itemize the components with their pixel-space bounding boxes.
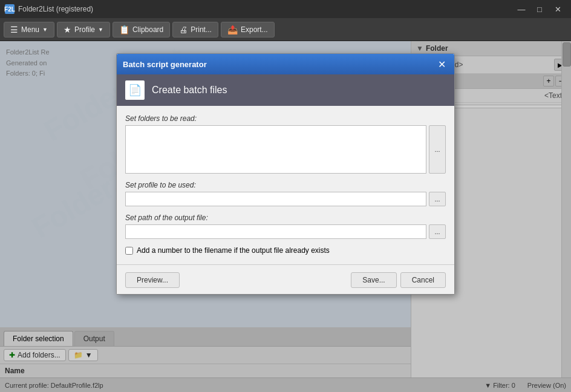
output-browse-button[interactable]: ... bbox=[429, 224, 446, 239]
app-title: Folder2List (registered) bbox=[18, 5, 93, 13]
save-button[interactable]: Save... bbox=[351, 272, 396, 288]
print-button[interactable]: 🖨 Print... bbox=[172, 22, 218, 38]
menu-icon: ☰ bbox=[10, 25, 18, 34]
folders-browse-button[interactable]: ... bbox=[429, 125, 446, 174]
export-icon: 📤 bbox=[227, 25, 238, 34]
modal-header-icon: 📄 bbox=[125, 80, 145, 100]
profile-browse-icon: ... bbox=[434, 195, 440, 203]
folders-textarea[interactable] bbox=[125, 125, 426, 174]
profile-label: Profile bbox=[74, 25, 95, 34]
profile-button[interactable]: ★ Profile ▼ bbox=[57, 22, 110, 38]
output-label: Set path of the output file: bbox=[125, 214, 446, 222]
maximize-button[interactable]: □ bbox=[531, 3, 548, 15]
folders-form-group: Set folders to be read: ... bbox=[125, 114, 446, 174]
export-button[interactable]: 📤 Export... bbox=[221, 22, 275, 38]
profile-input-row: ... bbox=[125, 192, 446, 206]
close-button[interactable]: ✕ bbox=[549, 3, 566, 15]
title-bar: F2L Folder2List (registered) — □ ✕ bbox=[0, 0, 571, 18]
clipboard-label: Clipboard bbox=[132, 25, 163, 34]
profile-label: Set profile to be used: bbox=[125, 181, 446, 189]
output-form-group: Set path of the output file: ... bbox=[125, 214, 446, 239]
output-browse-icon: ... bbox=[434, 228, 440, 235]
modal-footer: Preview... Save... Cancel bbox=[117, 266, 454, 294]
modal-overlay: Batch script generator ✕ 📄 Create batch … bbox=[0, 41, 571, 392]
clipboard-icon: 📋 bbox=[119, 25, 129, 34]
modal-close-button[interactable]: ✕ bbox=[435, 57, 448, 71]
folders-label: Set folders to be read: bbox=[125, 114, 446, 123]
modal-header-bar: 📄 Create batch files bbox=[117, 74, 454, 106]
app-icon: F2L bbox=[5, 4, 15, 14]
cancel-button[interactable]: Cancel bbox=[400, 272, 446, 288]
profile-input[interactable] bbox=[125, 192, 426, 206]
profile-form-group: Set profile to be used: ... bbox=[125, 181, 446, 206]
checkbox-label: Add a number to the filename if the outp… bbox=[137, 246, 330, 255]
profile-caret-icon: ▼ bbox=[98, 27, 103, 33]
footer-separator bbox=[117, 264, 454, 265]
add-number-checkbox[interactable] bbox=[125, 247, 133, 255]
modal-titlebar: Batch script generator ✕ bbox=[117, 54, 454, 74]
main-toolbar: ☰ Menu ▼ ★ Profile ▼ 📋 Clipboard 🖨 Print… bbox=[0, 18, 571, 41]
checkbox-row: Add a number to the filename if the outp… bbox=[125, 246, 446, 255]
minimize-button[interactable]: — bbox=[513, 3, 530, 15]
export-label: Export... bbox=[241, 25, 268, 34]
clipboard-button[interactable]: 📋 Clipboard bbox=[113, 22, 170, 38]
main-area: Folder2List Re Generated on Folders: 0; … bbox=[0, 41, 571, 392]
profile-icon: ★ bbox=[64, 25, 71, 34]
modal-title: Batch script generator bbox=[123, 60, 207, 69]
preview-button[interactable]: Preview... bbox=[125, 272, 180, 288]
print-icon: 🖨 bbox=[179, 25, 188, 34]
print-label: Print... bbox=[191, 25, 212, 34]
profile-browse-button[interactable]: ... bbox=[429, 192, 446, 206]
menu-button[interactable]: ☰ Menu ▼ bbox=[4, 22, 54, 38]
modal-header-title: Create batch files bbox=[152, 85, 227, 96]
modal-dialog: Batch script generator ✕ 📄 Create batch … bbox=[116, 53, 455, 295]
folders-input-row: ... bbox=[125, 125, 446, 174]
output-input[interactable] bbox=[125, 224, 426, 239]
modal-body: Set folders to be read: ... Set profile … bbox=[117, 106, 454, 263]
menu-caret-icon: ▼ bbox=[42, 27, 48, 33]
output-input-row: ... bbox=[125, 224, 446, 239]
folders-browse-icon: ... bbox=[434, 146, 440, 153]
menu-label: Menu bbox=[21, 25, 39, 34]
